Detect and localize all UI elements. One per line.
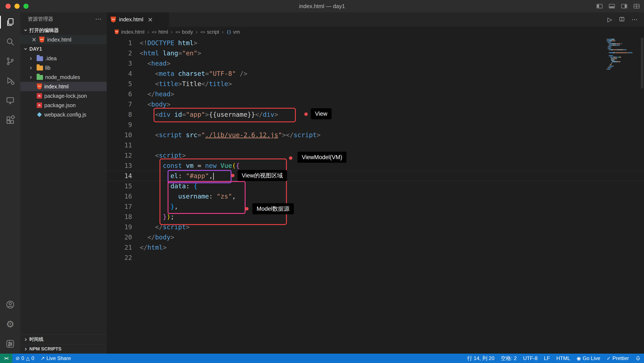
code-line[interactable]: 21</html> xyxy=(107,242,644,253)
breadcrumb-html[interactable]: <>html xyxy=(152,29,168,35)
tree-item-.idea[interactable]: ›.idea xyxy=(20,54,107,63)
code-line[interactable]: 16 username: "zs", xyxy=(107,191,644,202)
status-language[interactable]: HTML xyxy=(553,354,573,363)
activity-item-layout-tweaks[interactable] xyxy=(0,334,20,354)
code-token: </ xyxy=(155,223,163,231)
open-editors-header[interactable]: › 打开的编辑器 xyxy=(20,26,107,35)
code-token: ( xyxy=(232,162,236,169)
status-indentation[interactable]: 空格: 2 xyxy=(498,354,520,363)
code-line[interactable]: 7 <body> xyxy=(107,99,644,110)
remote-indicator[interactable]: >< xyxy=(0,354,12,363)
tree-item-lib[interactable]: ›lib xyxy=(20,63,107,72)
code-line[interactable]: 17 }, xyxy=(107,202,644,212)
code-line[interactable]: 2<html lang="en"> xyxy=(107,48,644,58)
line-number: 15 xyxy=(107,181,138,191)
code-line[interactable]: 3 <head> xyxy=(107,58,644,68)
tag-symbol-icon: <> xyxy=(175,30,180,34)
code-token: } xyxy=(163,213,166,220)
toggle-primary-sidebar-button[interactable] xyxy=(596,4,603,9)
activity-item-source-control[interactable] xyxy=(0,52,20,71)
minimap-token xyxy=(613,52,615,53)
minimap-token xyxy=(612,63,612,64)
status-encoding[interactable]: UTF-8 xyxy=(520,354,541,363)
activity-item-remote-explorer[interactable] xyxy=(0,91,20,110)
status-right-items: 行 14, 列 20空格: 2UTF-8LFHTML◉Go Live✓Prett… xyxy=(464,354,632,363)
sliders-icon xyxy=(5,339,15,349)
code-line[interactable]: 19 </script> xyxy=(107,222,644,232)
code-token: > xyxy=(198,50,201,57)
more-actions-icon[interactable]: ⋯ xyxy=(95,16,102,22)
minimap-token xyxy=(606,52,609,53)
notifications-bell[interactable] xyxy=(632,354,644,363)
code-token: title xyxy=(159,80,178,88)
split-editor-button[interactable] xyxy=(619,16,625,23)
status-label: LF xyxy=(544,355,550,361)
section-NPM SCRIPTS[interactable]: ›NPM SCRIPTS xyxy=(20,344,107,354)
breadcrumb-body[interactable]: <>body xyxy=(175,29,193,35)
code-token: < xyxy=(155,70,159,77)
code-token: ; xyxy=(170,213,174,220)
status-eol[interactable]: LF xyxy=(541,354,553,363)
open-editor-item[interactable]: ×index.html xyxy=(20,35,107,44)
activity-item-run-debug[interactable] xyxy=(0,71,20,91)
scrollbar-thumb[interactable] xyxy=(641,38,643,88)
live-share-status[interactable]: ↗ Live Share xyxy=(38,354,74,363)
code-line[interactable]: 4 <meta charset="UTF-8" /> xyxy=(107,68,644,79)
close-icon[interactable]: × xyxy=(32,37,36,42)
code-line[interactable]: 20 </body> xyxy=(107,232,644,242)
tree-item-node_modules[interactable]: ›node_modules xyxy=(20,72,107,82)
run-button[interactable]: ▷ xyxy=(607,16,612,22)
section-时间线[interactable]: ›时间线 xyxy=(20,334,107,344)
project-section-header[interactable]: › DAY1 xyxy=(20,44,107,54)
code-line[interactable]: 10 <script src="./lib/vue-2.6.12.js"></s… xyxy=(107,130,644,140)
status-label: Go Live xyxy=(583,355,600,361)
code-area[interactable]: 1<!DOCTYPE html>2<html lang="en">3 <head… xyxy=(107,37,644,354)
problems-status[interactable]: ⊘ 0 △ 0 xyxy=(12,354,38,363)
editor-body[interactable]: 1<!DOCTYPE html>2<html lang="en">3 <head… xyxy=(107,37,644,354)
breadcrumb-index.html[interactable]: index.html xyxy=(114,29,144,35)
folder-icon xyxy=(37,56,43,61)
toggle-panel-button[interactable] xyxy=(609,4,615,9)
line-number: 22 xyxy=(107,253,138,263)
status-go-live[interactable]: ◉Go Live xyxy=(574,354,604,363)
code-token: {{username}} xyxy=(209,111,255,118)
code-line[interactable]: 11 xyxy=(107,140,644,150)
close-tab-icon[interactable]: × xyxy=(148,16,153,23)
activity-item-accounts[interactable] xyxy=(0,295,20,314)
minimap[interactable] xyxy=(606,39,638,72)
minimap-token xyxy=(615,40,616,41)
code-line[interactable]: 6 </head> xyxy=(107,89,644,99)
minimap-line xyxy=(606,42,638,43)
code-line[interactable]: 12 <script> xyxy=(107,150,644,160)
tab-index-html[interactable]: index.html × xyxy=(107,12,169,27)
customize-layout-button[interactable] xyxy=(633,4,640,9)
tree-item-package-lock.json[interactable]: package-lock.json xyxy=(20,91,107,100)
activity-item-settings[interactable]: ⚙ xyxy=(0,314,20,334)
more-actions-button[interactable]: ⋯ xyxy=(632,16,638,22)
code-line[interactable]: 15 data: { xyxy=(107,181,644,191)
activity-item-search[interactable] xyxy=(0,32,20,52)
code-line[interactable]: 18 }); xyxy=(107,212,644,222)
code-line[interactable]: 1<!DOCTYPE html> xyxy=(107,38,644,48)
breadcrumb-vm[interactable]: {}vm xyxy=(226,29,240,35)
code-token xyxy=(182,162,186,169)
status-prettier[interactable]: ✓Prettier xyxy=(603,354,632,363)
code-line[interactable]: 13 const vm = new Vue({ xyxy=(107,160,644,171)
minimap-token xyxy=(614,39,615,40)
code-line-text: </html> xyxy=(138,242,166,253)
tree-item-index.html[interactable]: index.html xyxy=(20,82,107,91)
code-line[interactable]: 9 xyxy=(107,120,644,130)
tree-item-webpack.config.js[interactable]: webpack.config.js xyxy=(20,110,107,119)
code-line[interactable]: 14 el: "#app", xyxy=(107,171,644,181)
toggle-secondary-sidebar-button[interactable] xyxy=(621,4,628,9)
activity-item-explorer[interactable] xyxy=(0,12,20,32)
code-token: < xyxy=(155,152,159,159)
activity-item-extensions[interactable] xyxy=(0,110,20,130)
code-line[interactable]: 5 <title>Title</title> xyxy=(107,79,644,89)
code-line[interactable]: 22 xyxy=(107,253,644,263)
tree-item-package.json[interactable]: package.json xyxy=(20,100,107,110)
status-cursor-position[interactable]: 行 14, 列 20 xyxy=(464,354,498,363)
breadcrumb-script[interactable]: <>script xyxy=(200,29,219,35)
code-line[interactable]: 8 <div id="app">{{username}}</div> xyxy=(107,110,644,120)
minimap-token xyxy=(609,52,613,53)
